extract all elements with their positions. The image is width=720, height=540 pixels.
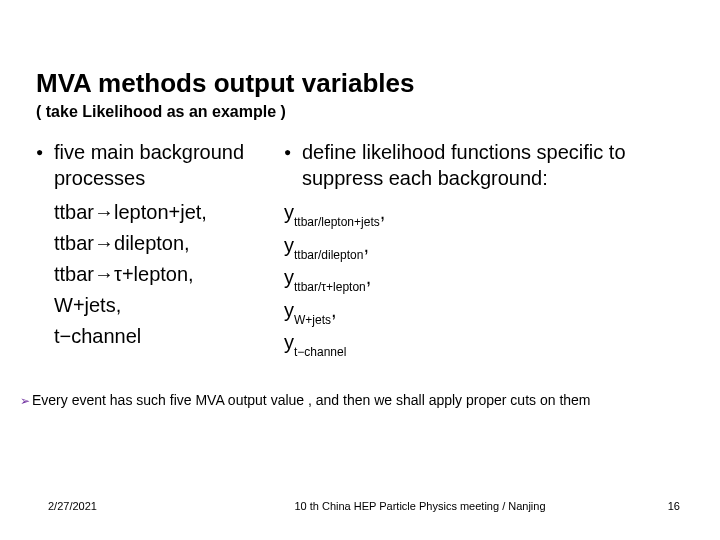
- list-item: ttbar→τ+lepton,: [36, 259, 276, 290]
- y-subscript: ttbar/dilepton: [294, 248, 363, 262]
- y-subscript: t−channel: [294, 345, 346, 359]
- content-columns: ● five main background processes ttbar→l…: [36, 139, 684, 360]
- bullet-icon: ●: [284, 139, 302, 165]
- bullet-icon: ●: [36, 139, 54, 165]
- footer-page-number: 16: [640, 500, 720, 512]
- footer-center: 10 th China HEP Particle Physics meeting…: [200, 500, 640, 512]
- left-intro-text: five main background processes: [54, 139, 276, 191]
- list-item: ttbar→lepton+jet,: [36, 197, 276, 228]
- right-intro-row: ● define likelihood functions specific t…: [284, 139, 684, 191]
- y-subscript: W+jets: [294, 313, 331, 327]
- note-rest: event has such five MVA output value , a…: [68, 392, 591, 408]
- list-item: W+jets,: [36, 290, 276, 321]
- slide-subtitle: ( take Likelihood as an example ): [36, 103, 684, 121]
- y-tail: ,: [380, 201, 386, 223]
- left-column: ● five main background processes ttbar→l…: [36, 139, 276, 360]
- list-item: ttbar→dilepton,: [36, 228, 276, 259]
- slide: MVA methods output variables ( take Like…: [0, 0, 720, 540]
- slide-footer: 2/27/2021 10 th China HEP Particle Physi…: [0, 500, 720, 512]
- y-variable: yttbar/lepton+jets,: [284, 197, 684, 230]
- y-variable: yW+jets,: [284, 295, 684, 328]
- slide-title: MVA methods output variables: [36, 68, 684, 99]
- footer-date: 2/27/2021: [0, 500, 200, 512]
- right-column: ● define likelihood functions specific t…: [284, 139, 684, 360]
- y-tail: ,: [363, 234, 369, 256]
- y-variable: yt−channel: [284, 327, 684, 360]
- y-variable: yttbar/τ+lepton,: [284, 262, 684, 295]
- y-tail: ,: [366, 266, 372, 288]
- y-variable: yttbar/dilepton,: [284, 230, 684, 263]
- right-intro-text: define likelihood functions specific to …: [302, 139, 684, 191]
- note-prefix: Every: [32, 392, 68, 408]
- y-subscript: ttbar/τ+lepton: [294, 280, 366, 294]
- triangle-icon: ➢: [20, 394, 30, 408]
- list-item: t−channel: [36, 321, 276, 352]
- left-intro-row: ● five main background processes: [36, 139, 276, 191]
- footnote: ➢Every event has such five MVA output va…: [20, 392, 591, 408]
- y-tail: ,: [331, 299, 337, 321]
- y-subscript: ttbar/lepton+jets: [294, 215, 380, 229]
